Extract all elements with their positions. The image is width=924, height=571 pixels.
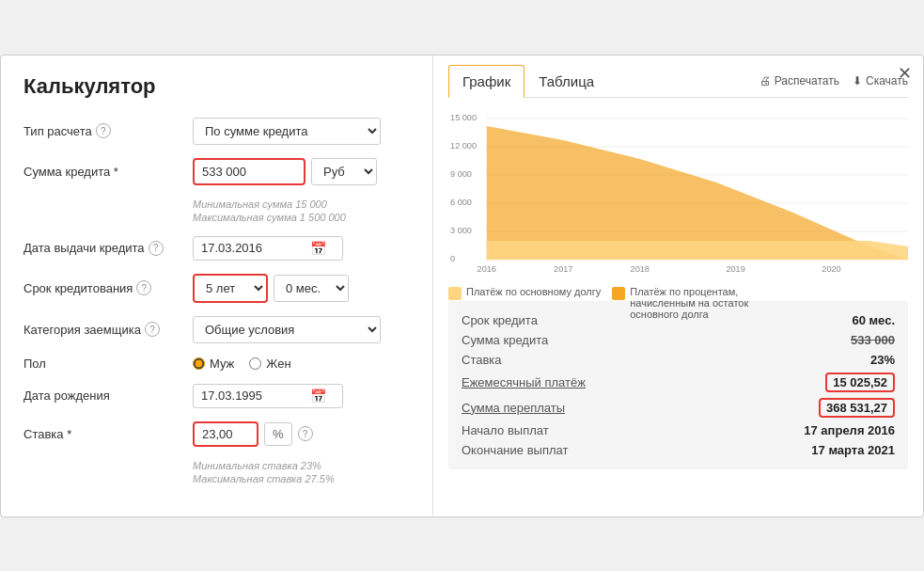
loan-amount-label: Сумма кредита * <box>23 165 193 179</box>
svg-text:3 000: 3 000 <box>450 226 472 235</box>
print-icon: 🖨 <box>760 74 771 87</box>
borrower-help-icon[interactable]: ? <box>145 322 160 337</box>
currency-select[interactable]: Руб <box>311 158 377 185</box>
issue-date-input[interactable] <box>201 241 305 255</box>
summary-overpayment: Сумма переплаты 368 531,27 <box>462 395 895 420</box>
term-help-icon[interactable]: ? <box>136 280 151 295</box>
summary-start: Начало выплат 17 апреля 2016 <box>462 420 895 440</box>
gender-control: Муж Жен <box>193 357 410 371</box>
svg-text:12 000: 12 000 <box>450 141 477 151</box>
summary-start-label: Начало выплат <box>462 423 549 437</box>
summary-monthly-payment-value: 15 025,52 <box>825 373 895 392</box>
svg-text:6 000: 6 000 <box>450 198 472 207</box>
calc-type-row: Тип расчета ? По сумме кредита <box>23 118 410 145</box>
term-row: Срок кредитования ? 5 лет 0 мес. <box>23 274 410 303</box>
term-label: Срок кредитования ? <box>23 280 193 295</box>
term-control: 5 лет 0 мес. <box>193 274 410 303</box>
loan-amount-row: Сумма кредита * Руб <box>23 158 410 185</box>
min-sum-hint: Минимальная сумма 15 000 <box>193 198 410 210</box>
rate-hints: Минимальная ставка 23% Максимальная став… <box>23 460 410 484</box>
svg-text:2020: 2020 <box>822 264 840 274</box>
svg-text:2018: 2018 <box>631 264 650 274</box>
term-years-select[interactable]: 5 лет <box>193 274 268 303</box>
borrower-label: Категория заемщика ? <box>23 322 193 337</box>
birthdate-wrapper[interactable]: 📅 <box>193 384 343 408</box>
svg-text:2016: 2016 <box>478 264 496 274</box>
legend-principal-color <box>448 287 462 300</box>
calc-type-help-icon[interactable]: ? <box>96 123 111 138</box>
print-label: Распечатать <box>775 74 839 87</box>
gender-male-radio[interactable] <box>193 357 205 370</box>
max-sum-hint: Максимальная сумма 1 500 000 <box>193 212 410 223</box>
birthdate-label: Дата рождения <box>23 389 193 403</box>
issue-date-wrapper[interactable]: 📅 <box>193 236 343 261</box>
gender-label: Пол <box>23 357 193 371</box>
legend-interest: Платёж по процентам, начисленным на оста… <box>612 286 781 320</box>
term-months-select[interactable]: 0 мес. <box>274 275 349 302</box>
svg-text:0: 0 <box>450 254 455 263</box>
summary-rate-value: 23% <box>870 353 895 367</box>
summary-end-value: 17 марта 2021 <box>811 443 895 457</box>
calc-type-control: По сумме кредита <box>193 118 410 145</box>
gender-row: Пол Муж Жен <box>23 357 410 371</box>
print-button[interactable]: 🖨 Распечатать <box>760 74 839 87</box>
right-panel: График Таблица 🖨 Распечатать ⬇ Скачать <box>433 56 923 516</box>
gender-female-text: Жен <box>266 357 290 371</box>
birthdate-input[interactable] <box>201 389 305 403</box>
issue-date-row: Дата выдачи кредита ? 📅 <box>23 236 410 261</box>
summary-end: Окончание выплат 17 марта 2021 <box>462 440 895 460</box>
calc-type-select[interactable]: По сумме кредита <box>193 118 381 145</box>
birthdate-row: Дата рождения 📅 <box>23 384 410 408</box>
calculator-window: ✕ Калькулятор Тип расчета ? По сумме кре… <box>0 55 924 517</box>
summary-loan-amount-label: Сумма кредита <box>462 333 548 347</box>
panel-title: Калькулятор <box>23 74 410 99</box>
rate-label: Ставка * <box>23 427 193 441</box>
rate-min-hint: Минимальная ставка 23% <box>193 460 410 471</box>
summary-overpayment-value: 368 531,27 <box>819 398 895 418</box>
rate-help-icon[interactable]: ? <box>298 426 313 441</box>
download-icon: ⬇ <box>853 74 862 87</box>
legend-interest-label: Платёж по процентам, начисленным на оста… <box>630 286 781 320</box>
summary-loan-amount-value: 533 000 <box>851 333 895 347</box>
issue-date-control: 📅 <box>193 236 410 261</box>
tab-chart[interactable]: График <box>448 65 525 98</box>
tab-table[interactable]: Таблица <box>525 65 608 97</box>
svg-text:15 000: 15 000 <box>450 113 477 122</box>
gender-male-label[interactable]: Муж <box>193 357 234 371</box>
svg-text:9 000: 9 000 <box>450 169 472 179</box>
svg-text:2019: 2019 <box>726 264 744 274</box>
borrower-row: Категория заемщика ? Общие условия <box>23 316 410 343</box>
loan-amount-control: Руб <box>193 158 410 185</box>
chart-area: 15 000 12 000 9 000 6 000 3 000 0 <box>448 107 908 295</box>
issue-date-help-icon[interactable]: ? <box>149 241 164 256</box>
legend-interest-color <box>612 287 625 300</box>
loan-amount-input[interactable] <box>193 158 305 185</box>
svg-marker-12 <box>487 126 908 260</box>
rate-input[interactable] <box>193 421 258 447</box>
summary-monthly-payment: Ежемесячный платёж 15 025,52 <box>462 370 895 395</box>
gender-female-label[interactable]: Жен <box>249 357 290 371</box>
main-content: Калькулятор Тип расчета ? По сумме креди… <box>1 56 923 516</box>
summary-end-label: Окончание выплат <box>462 443 568 457</box>
rate-row: Ставка * % ? <box>23 421 410 447</box>
rate-unit-label: % <box>264 422 292 446</box>
toolbar-actions: 🖨 Распечатать ⬇ Скачать <box>760 74 908 87</box>
left-panel: Калькулятор Тип расчета ? По сумме креди… <box>1 56 433 516</box>
summary-overpayment-label: Сумма переплаты <box>462 401 565 415</box>
loan-amount-hints: Минимальная сумма 15 000 Максимальная су… <box>23 198 410 223</box>
rate-max-hint: Максимальная ставка 27.5% <box>193 473 410 484</box>
summary-start-value: 17 апреля 2016 <box>804 423 895 437</box>
birthdate-calendar-icon: 📅 <box>310 389 326 404</box>
chart-legend: Платёж по основному долгу Платёж по проц… <box>448 286 908 320</box>
borrower-control: Общие условия <box>193 316 410 343</box>
calendar-icon: 📅 <box>310 241 326 256</box>
birthdate-control: 📅 <box>193 384 410 408</box>
summary-rate-label: Ставка <box>462 353 502 367</box>
svg-marker-13 <box>487 241 908 260</box>
borrower-select[interactable]: Общие условия <box>193 316 381 343</box>
gender-male-text: Муж <box>210 357 234 371</box>
summary-rate: Ставка 23% <box>462 350 895 370</box>
issue-date-label: Дата выдачи кредита ? <box>23 241 193 256</box>
gender-female-radio[interactable] <box>249 357 261 370</box>
close-button[interactable]: ✕ <box>898 63 912 84</box>
